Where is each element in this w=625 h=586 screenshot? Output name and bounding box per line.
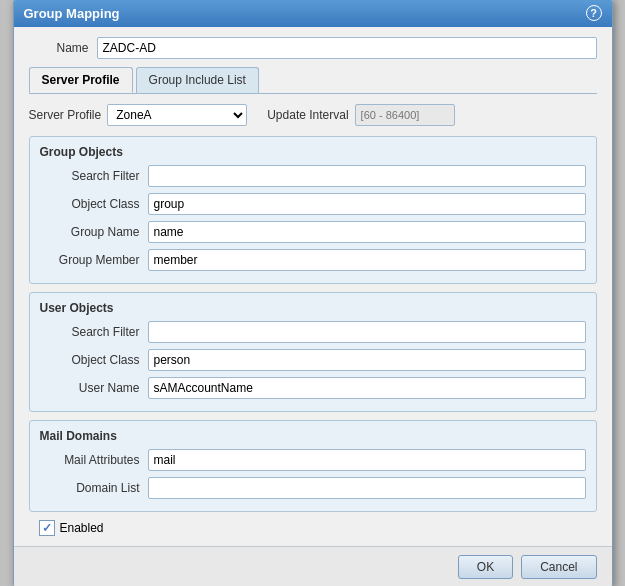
ok-button[interactable]: OK xyxy=(458,555,513,579)
tabs: Server Profile Group Include List xyxy=(29,67,597,94)
enabled-row: Enabled xyxy=(29,520,597,536)
enabled-label: Enabled xyxy=(60,521,104,535)
group-search-filter-input[interactable] xyxy=(148,165,586,187)
help-icon[interactable]: ? xyxy=(586,5,602,21)
group-member-input[interactable] xyxy=(148,249,586,271)
domain-list-label: Domain List xyxy=(40,481,140,495)
update-interval-label: Update Interval xyxy=(267,108,348,122)
server-profile-row: Server Profile ZoneA Update Interval xyxy=(29,104,597,126)
domain-list-row: Domain List xyxy=(40,477,586,499)
user-search-filter-label: Search Filter xyxy=(40,325,140,339)
user-search-filter-input[interactable] xyxy=(148,321,586,343)
mail-domains-title: Mail Domains xyxy=(40,429,586,443)
mail-attributes-row: Mail Attributes xyxy=(40,449,586,471)
dialog-footer: OK Cancel xyxy=(14,546,612,586)
tab-server-profile[interactable]: Server Profile xyxy=(29,67,133,93)
mail-domains-section: Mail Domains Mail Attributes Domain List xyxy=(29,420,597,512)
search-filter-label: Search Filter xyxy=(40,169,140,183)
user-name-label: User Name xyxy=(40,381,140,395)
user-object-class-row: Object Class xyxy=(40,349,586,371)
enabled-checkbox[interactable] xyxy=(39,520,55,536)
name-input[interactable] xyxy=(97,37,597,59)
name-row: Name xyxy=(29,37,597,59)
group-objects-section: Group Objects Search Filter Object Class… xyxy=(29,136,597,284)
group-name-label: Group Name xyxy=(40,225,140,239)
server-profile-select[interactable]: ZoneA xyxy=(107,104,247,126)
group-objects-title: Group Objects xyxy=(40,145,586,159)
user-objects-section: User Objects Search Filter Object Class … xyxy=(29,292,597,412)
user-object-class-label: Object Class xyxy=(40,353,140,367)
mail-attributes-input[interactable] xyxy=(148,449,586,471)
group-member-label: Group Member xyxy=(40,253,140,267)
group-object-class-input[interactable] xyxy=(148,193,586,215)
group-name-input[interactable] xyxy=(148,221,586,243)
update-interval-input[interactable] xyxy=(355,104,455,126)
object-class-label: Object Class xyxy=(40,197,140,211)
dialog-title-bar: Group Mapping ? xyxy=(14,0,612,27)
name-label: Name xyxy=(29,41,89,55)
server-profile-label: Server Profile xyxy=(29,108,102,122)
group-member-row: Group Member xyxy=(40,249,586,271)
domain-list-input[interactable] xyxy=(148,477,586,499)
dialog-title-text: Group Mapping xyxy=(24,6,120,21)
enabled-checkbox-container: Enabled xyxy=(39,520,104,536)
object-class-row: Object Class xyxy=(40,193,586,215)
user-object-class-input[interactable] xyxy=(148,349,586,371)
tab-group-include-list[interactable]: Group Include List xyxy=(136,67,259,93)
user-name-input[interactable] xyxy=(148,377,586,399)
search-filter-row: Search Filter xyxy=(40,165,586,187)
user-objects-title: User Objects xyxy=(40,301,586,315)
server-profile-select-wrap: ZoneA xyxy=(107,104,247,126)
group-name-row: Group Name xyxy=(40,221,586,243)
mail-attributes-label: Mail Attributes xyxy=(40,453,140,467)
user-name-row: User Name xyxy=(40,377,586,399)
dialog-body: Name Server Profile Group Include List S… xyxy=(14,27,612,546)
group-mapping-dialog: Group Mapping ? Name Server Profile Grou… xyxy=(13,0,613,586)
user-search-filter-row: Search Filter xyxy=(40,321,586,343)
cancel-button[interactable]: Cancel xyxy=(521,555,596,579)
